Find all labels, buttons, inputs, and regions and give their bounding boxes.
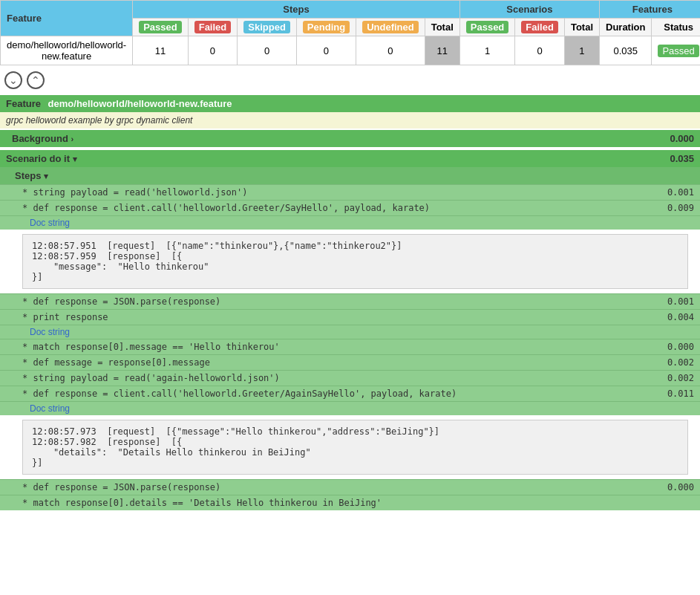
background-label: Background › [12,133,73,144]
step-row: * string payload = read('again-helloworl… [0,370,700,386]
step-duration: 0.000 [667,342,694,352]
step-text: * match response[0].message == 'Hello th… [22,342,280,352]
steps-bar[interactable]: Steps ▾ [0,167,700,184]
doc-string-link[interactable]: Doc string [0,215,700,230]
doc-string-box: 12:08:57.973 [request] [{"message":"Hell… [22,420,688,475]
cell-steps-failed: 0 [188,36,238,65]
doc-string-link[interactable]: Doc string [0,325,700,339]
scenario-duration: 0.035 [670,153,694,164]
cell-duration: 0.035 [600,36,652,65]
feature-bar: Feature demo/helloworld/helloworld-new.f… [0,95,700,112]
step-text: * def response = JSON.parse(response) [22,296,220,307]
step-text: * match response[0].details == 'Details … [22,498,382,508]
step-duration: 0.004 [667,312,694,322]
col-header-skipped: Skipped [238,19,297,36]
cell-status: Passed [652,36,700,65]
step-row: * def response = JSON.parse(response)0.0… [0,293,700,309]
cell-steps-passed: 11 [133,36,189,65]
steps-label: Steps ▾ [15,170,48,181]
step-row: * def response = client.call('helloworld… [0,386,700,401]
col-header-sc-passed: Passed [459,19,515,36]
step-duration: 0.009 [667,203,694,213]
doc-string-link[interactable]: Doc string [0,401,700,415]
cell-feature: demo/helloworld/helloworld-new.feature [1,36,133,65]
background-duration: 0.000 [670,133,694,144]
table-header-top: Feature Steps Scenarios Features [1,1,701,19]
step-row: * print response0.004 [0,309,700,325]
step-text: * string payload = read('again-helloworl… [22,373,280,383]
col-header-duration: Duration [600,19,652,36]
step-row: * def message = response[0].message0.002 [0,354,700,370]
feature-name: demo/helloworld/helloworld-new.feature [48,98,232,109]
scenario-label: Scenario do it ▾ [6,153,77,164]
col-header-feature: Feature [1,1,133,36]
col-header-scenarios: Scenarios [459,1,599,19]
step-text: * def response = client.call('helloworld… [22,388,457,399]
cell-sc-passed: 1 [459,36,515,65]
step-text: * def message = response[0].message [22,357,210,368]
table-row: demo/helloworld/helloworld-new.feature 1… [1,36,701,65]
col-header-sc-total: Total [564,19,599,36]
col-header-pending: Pending [296,19,356,36]
step-duration: 0.001 [667,187,694,198]
toggle-row: ⌄ ⌃ [0,65,700,95]
step-text: * string payload = read('helloworld.json… [22,187,247,198]
collapse-icon[interactable]: ⌄ [4,71,22,89]
step-row: * string payload = read('helloworld.json… [0,184,700,200]
step-duration: 0.002 [667,357,694,368]
step-text: * def response = JSON.parse(response) [22,482,220,492]
col-header-sc-failed: Failed [515,19,565,36]
feature-description: grpc helloworld example by grpc dynamic … [0,112,700,129]
feature-label: Feature [6,98,41,109]
cell-sc-total: 1 [564,36,599,65]
step-duration: 0.002 [667,373,694,383]
step-duration: 0.011 [667,388,694,399]
col-header-status: Status [652,19,700,36]
background-bar[interactable]: Background › 0.000 [0,130,700,147]
cell-steps-total: 11 [425,36,459,65]
doc-string-box: 12:08:57.951 [request] [{"name":"thinker… [22,234,688,289]
scenario-bar[interactable]: Scenario do it ▾ 0.035 [0,150,700,167]
expand-icon[interactable]: ⌃ [27,71,45,89]
step-text: * print response [22,312,108,322]
step-row: * def response = JSON.parse(response)0.0… [0,479,700,495]
cell-steps-pending: 0 [296,36,356,65]
step-row: * match response[0].details == 'Details … [0,495,700,510]
step-text: * def response = client.call('helloworld… [22,203,430,213]
col-header-steps: Steps [133,1,460,19]
col-header-features: Features [600,1,701,19]
steps-list: * string payload = read('helloworld.json… [0,184,700,510]
step-row: * def response = client.call('helloworld… [0,200,700,215]
col-header-undefined: Undefined [356,19,425,36]
col-header-failed: Failed [188,19,238,36]
col-header-total-steps: Total [425,19,459,36]
cell-steps-skipped: 0 [238,36,297,65]
cell-sc-failed: 0 [515,36,565,65]
cell-steps-undefined: 0 [356,36,425,65]
col-header-passed: Passed [133,19,189,36]
step-duration: 0.001 [667,296,694,307]
step-duration: 0.000 [667,482,694,492]
summary-table: Feature Steps Scenarios Features Passed … [0,0,700,65]
step-row: * match response[0].message == 'Hello th… [0,339,700,354]
